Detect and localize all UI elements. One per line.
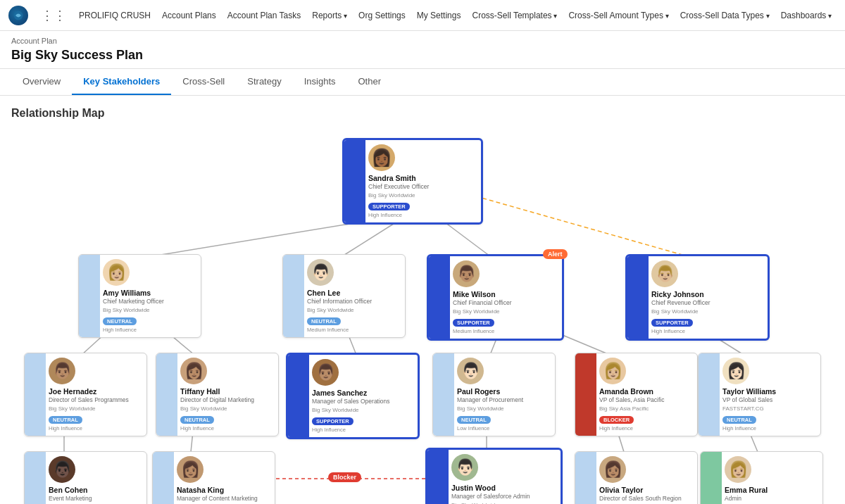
- nav-cross-sell-amounts[interactable]: Cross-Sell Amount Types: [568, 11, 668, 20]
- nav-cross-sell-templates[interactable]: Cross-Sell Templates: [472, 11, 557, 20]
- card-color-bar: [156, 353, 177, 436]
- card-title-chen: Chief Information Officer: [307, 298, 401, 305]
- card-ricky[interactable]: 👨🏼 Ricky Johnson Chief Revenue Officer B…: [625, 254, 770, 341]
- card-body: 👩🏽 Olivia Taylor Director of Sales South…: [596, 452, 697, 504]
- card-name-chen: Chen Lee: [307, 289, 401, 298]
- influence-tiffany: High Influence: [180, 425, 274, 431]
- card-color-bar: [25, 452, 46, 504]
- card-title-natasha: Manager of Content Marketing: [177, 495, 270, 503]
- badge-amanda: BLOCKER: [599, 416, 634, 424]
- card-tiffany[interactable]: 👩🏽 Tiffany Hall Director of Digital Mark…: [156, 353, 279, 436]
- nav-reports[interactable]: Reports: [312, 11, 347, 20]
- card-title-taylor: VP of Global Sales: [722, 396, 816, 404]
- card-james[interactable]: 👨🏽 James Sanchez Manager of Sales Operat…: [286, 353, 420, 439]
- card-body: 👨🏻 Paul Rogers Manager of Procurement Bi…: [454, 353, 555, 436]
- breadcrumb: Account Plan: [0, 31, 845, 46]
- relationship-map: Alert Blocker 👩🏾 Sandra Smith Chief Exec…: [11, 131, 814, 504]
- influence-chen: Medium Influence: [307, 327, 401, 333]
- card-color-bar: [699, 353, 720, 436]
- card-name-natasha: Natasha King: [177, 486, 270, 495]
- card-paul[interactable]: 👨🏻 Paul Rogers Manager of Procurement Bi…: [432, 353, 556, 436]
- tab-other[interactable]: Other: [347, 69, 393, 95]
- card-name-tiffany: Tiffany Hall: [180, 387, 274, 396]
- blocker-badge: Blocker: [328, 472, 361, 482]
- nav-links: PROLIFIQ CRUSH Account Plans Account Pla…: [79, 11, 832, 20]
- card-color-bar: [433, 353, 454, 436]
- nav-dashboards[interactable]: Dashboards: [781, 11, 832, 20]
- badge-tiffany: NEUTRAL: [180, 416, 214, 424]
- card-title-amy: Chief Marketing Officer: [103, 298, 196, 305]
- card-sandra[interactable]: 👩🏾 Sandra Smith Chief Executive Officer …: [342, 138, 483, 225]
- avatar-ben: 👨🏿: [49, 456, 75, 483]
- card-natasha[interactable]: 👩🏽 Natasha King Manager of Content Marke…: [152, 451, 275, 504]
- card-title-ricky: Chief Revenue Officer: [651, 299, 763, 307]
- card-color-bar: [344, 140, 365, 222]
- card-company-amy: Big Sky Worldwide: [103, 307, 196, 313]
- nav-crush[interactable]: PROLIFIQ CRUSH: [79, 11, 151, 20]
- card-title-amanda: VP of Sales, Asia Pacific: [599, 396, 693, 404]
- nav-org-settings[interactable]: Org Settings: [358, 11, 406, 20]
- tab-cross-sell[interactable]: Cross-Sell: [171, 69, 236, 95]
- influence-james: High Influence: [312, 427, 413, 433]
- card-amy[interactable]: 👩🏼 Amy Williams Chief Marketing Officer …: [78, 254, 201, 338]
- nav-tasks[interactable]: Account Plan Tasks: [227, 11, 301, 20]
- card-ben[interactable]: 👨🏿 Ben Cohen Event Marketing Big Sky Wor…: [24, 451, 147, 504]
- card-amanda[interactable]: 👩🏼 Amanda Brown VP of Sales, Asia Pacifi…: [575, 353, 698, 436]
- influence-amanda: High Influence: [599, 425, 693, 431]
- top-nav: ⋮⋮ PROLIFIQ CRUSH Account Plans Account …: [0, 0, 845, 31]
- tab-strategy[interactable]: Strategy: [236, 69, 292, 95]
- badge-joe: NEUTRAL: [49, 416, 82, 424]
- card-title-joe: Director of Sales Programmes: [49, 396, 142, 404]
- card-company-james: Big Sky Worldwide: [312, 407, 413, 413]
- avatar-chen: 👨🏻: [307, 259, 334, 286]
- main-content: Relationship Map: [0, 96, 845, 504]
- card-emma[interactable]: 👩🏼 Emma Rural Admin Big Sky Worldwide CH…: [700, 451, 823, 504]
- card-body: 👨🏼 Ricky Johnson Chief Revenue Officer B…: [649, 256, 768, 339]
- card-company-taylor: FASTSTART.CG: [722, 405, 816, 412]
- card-title-james: Manager of Sales Operations: [312, 398, 413, 405]
- tab-insights[interactable]: Insights: [293, 69, 347, 95]
- badge-paul: NEUTRAL: [457, 416, 491, 424]
- tab-overview[interactable]: Overview: [11, 69, 72, 95]
- card-name-emma: Emma Rural: [725, 486, 818, 495]
- card-title-olivia: Director of Sales South Region: [599, 495, 693, 503]
- card-joe[interactable]: 👨🏽 Joe Hernadez Director of Sales Progra…: [24, 353, 147, 436]
- card-body: 👨🏽 Mike Wilson Chief Financial Officer B…: [450, 256, 562, 339]
- card-company-ricky: Big Sky Worldwide: [651, 308, 763, 315]
- card-title-sandra: Chief Executive Officer: [368, 183, 477, 191]
- card-chen[interactable]: 👨🏻 Chen Lee Chief Information Officer Bi…: [282, 254, 406, 338]
- nav-cross-sell-data[interactable]: Cross-Sell Data Types: [680, 11, 770, 20]
- card-name-mike: Mike Wilson: [453, 290, 558, 299]
- card-taylor[interactable]: 👩🏻 Taylor Williams VP of Global Sales FA…: [698, 353, 821, 436]
- card-company-mike: Big Sky Worldwide: [453, 308, 558, 315]
- card-title-mike: Chief Financial Officer: [453, 299, 558, 307]
- card-color-bar: [288, 355, 309, 437]
- avatar-ricky: 👨🏼: [651, 260, 678, 287]
- card-body: 👨🏻 Justin Wood Manager of Salesforce Adm…: [449, 450, 561, 504]
- influence-amy: High Influence: [103, 327, 196, 333]
- card-name-joe: Joe Hernadez: [49, 387, 142, 396]
- card-company-justin: Big Sky Worldwide: [451, 502, 556, 504]
- card-body: 👨🏽 James Sanchez Manager of Sales Operat…: [309, 355, 418, 437]
- card-name-justin: Justin Wood: [451, 484, 556, 493]
- grid-icon[interactable]: ⋮⋮: [41, 8, 66, 23]
- card-color-bar: [427, 450, 449, 504]
- nav-my-settings[interactable]: My Settings: [417, 11, 461, 20]
- influence-taylor: High Influence: [722, 425, 816, 431]
- badge-sandra: SUPPORTER: [368, 203, 410, 210]
- card-name-james: James Sanchez: [312, 389, 413, 398]
- badge-ricky: SUPPORTER: [651, 319, 693, 327]
- tab-key-stakeholders[interactable]: Key Stakeholders: [72, 69, 171, 95]
- card-body: 👩🏽 Tiffany Hall Director of Digital Mark…: [177, 353, 278, 436]
- card-justin[interactable]: 👨🏻 Justin Wood Manager of Salesforce Adm…: [425, 448, 563, 504]
- svg-line-4: [469, 194, 687, 256]
- card-title-tiffany: Director of Digital Marketing: [180, 396, 274, 404]
- nav-account-plans[interactable]: Account Plans: [162, 11, 216, 20]
- card-olivia[interactable]: 👩🏽 Olivia Taylor Director of Sales South…: [575, 451, 698, 504]
- influence-paul: Low Influence: [457, 425, 551, 431]
- avatar-joe: 👨🏽: [49, 358, 75, 384]
- card-color-bar: [701, 452, 722, 504]
- avatar-olivia: 👩🏽: [599, 456, 626, 483]
- card-mike[interactable]: 👨🏽 Mike Wilson Chief Financial Officer B…: [427, 254, 564, 341]
- card-color-bar: [283, 255, 304, 337]
